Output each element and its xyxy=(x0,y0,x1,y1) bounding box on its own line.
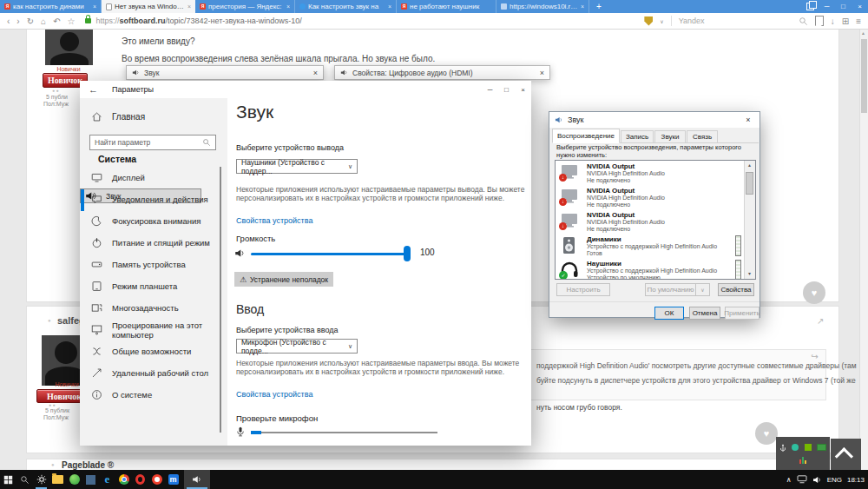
tab-communications[interactable]: Связь xyxy=(687,130,718,143)
nvidia-tray-icon[interactable] xyxy=(805,444,812,451)
sidebar-item-tablet-mode[interactable]: Режим планшета xyxy=(80,275,227,297)
sidebar-item-multitasking[interactable]: Многозадачность xyxy=(80,297,227,319)
taskbar-browser-green-button[interactable] xyxy=(66,470,82,489)
browser-tab[interactable]: Я как настроить динами × xyxy=(0,0,102,13)
scrollbar-up-icon[interactable]: ▲ xyxy=(861,30,865,36)
tab-playback[interactable]: Воспроизведение xyxy=(552,129,620,143)
device-properties-link[interactable]: Свойства устройства xyxy=(236,390,312,399)
sound-dialog-titlebar[interactable]: Звук × xyxy=(549,112,760,128)
tab-panel-icon[interactable] xyxy=(802,0,819,13)
address-bar[interactable]: https://softboard.ru/topic/73842-нет-зву… xyxy=(95,17,301,25)
undo-icon[interactable]: ↶ xyxy=(53,17,60,26)
minimize-button[interactable]: ─ xyxy=(482,81,498,98)
tray-app-icon[interactable] xyxy=(792,444,799,451)
scroll-to-top-button[interactable] xyxy=(831,439,861,470)
network-icon[interactable] xyxy=(797,475,807,484)
sidebar-item-display[interactable]: Дисплей xyxy=(80,167,227,188)
scroll-up-icon[interactable]: ▲ xyxy=(745,162,754,168)
taskbar-search-button[interactable] xyxy=(16,470,33,489)
settings-search-input[interactable]: Найти параметр xyxy=(89,135,216,150)
sidebar-item-notifications[interactable]: Уведомления и действия xyxy=(80,188,227,210)
input-device-select[interactable]: Микрофон (Устройство с подде... ∨ xyxy=(236,339,358,354)
set-default-dropdown-icon[interactable]: ∨ xyxy=(695,283,710,296)
maximize-button[interactable]: □ xyxy=(835,0,852,13)
bookmark-star-icon[interactable]: ☆ xyxy=(68,17,76,26)
home-icon[interactable]: ⌂ xyxy=(41,17,46,26)
forward-icon[interactable]: › xyxy=(16,17,19,26)
taskbar-sound-window-button[interactable] xyxy=(184,470,210,489)
background-hdmi-properties-titlebar[interactable]: Свойства: Цифровое аудио (HDMI) × xyxy=(334,65,550,80)
sidebar-item-focus[interactable]: Фокусировка внимания xyxy=(80,210,227,232)
language-indicator[interactable]: ENG xyxy=(827,476,842,484)
device-row-nvidia-3[interactable]: ↓ NVIDIA Output NVIDIA High Definition A… xyxy=(556,209,745,234)
taskbar-yandex-browser-button[interactable] xyxy=(148,470,165,489)
configure-button[interactable]: Настроить xyxy=(556,283,610,296)
taskbar-blue-app-button[interactable] xyxy=(82,470,99,489)
close-button[interactable]: × xyxy=(852,0,868,13)
device-row-nvidia-1[interactable]: ↓ NVIDIA Output NVIDIA High Definition A… xyxy=(556,161,745,185)
browser-tab[interactable]: Я не работают наушник xyxy=(397,0,496,13)
taskbar-mail-button[interactable]: m xyxy=(165,470,181,489)
start-button[interactable] xyxy=(0,470,16,489)
close-icon[interactable]: × xyxy=(313,69,318,77)
like-heart-button[interactable]: ♥ xyxy=(803,281,825,304)
tab-close-icon[interactable]: × xyxy=(286,3,290,10)
volume-icon[interactable] xyxy=(812,475,822,485)
volume-slider-handle[interactable] xyxy=(404,246,411,261)
ok-button[interactable]: ОК xyxy=(654,307,684,320)
taskbar-settings-button[interactable] xyxy=(33,470,49,489)
author-name[interactable]: Pageblade ® xyxy=(62,460,114,470)
background-sound-window-titlebar[interactable]: Звук × xyxy=(126,65,324,80)
minimize-button[interactable]: ─ xyxy=(819,0,835,13)
device-row-headphones[interactable]: ✓ Наушники Устройство с поддержкой High … xyxy=(556,258,745,280)
reload-icon[interactable]: ↻ xyxy=(27,17,34,26)
page-scrollbar[interactable]: ▲ xyxy=(859,29,868,470)
back-icon[interactable]: ‹ xyxy=(7,17,10,26)
apply-button[interactable]: Применить xyxy=(725,307,760,320)
taskbar-edge-button[interactable]: e xyxy=(99,470,115,489)
like-heart-button[interactable]: ♥ xyxy=(755,422,778,445)
scrollbar-thumb[interactable] xyxy=(746,172,753,195)
sidebar-item-about[interactable]: О системе xyxy=(80,384,227,406)
search-icon[interactable] xyxy=(799,17,808,26)
tab-close-icon[interactable]: × xyxy=(388,3,391,10)
sidebar-scrollbar[interactable] xyxy=(220,167,221,433)
settings-titlebar[interactable]: ← Параметры ─ □ × xyxy=(80,81,531,98)
device-properties-link[interactable]: Свойства устройства xyxy=(236,216,312,225)
tray-expand-icon[interactable]: ∧ xyxy=(786,476,792,484)
close-icon[interactable]: × xyxy=(540,69,544,77)
scroll-down-icon[interactable]: ▲ xyxy=(745,272,754,277)
stats-tray-icon[interactable] xyxy=(799,457,806,464)
back-arrow-icon[interactable]: ← xyxy=(89,84,98,95)
close-button[interactable]: × xyxy=(737,116,760,124)
sidebar-item-projecting[interactable]: Проецирование на этот компьютер xyxy=(80,319,227,340)
set-default-button[interactable]: По умолчанию xyxy=(645,283,696,296)
tab-recording[interactable]: Запись xyxy=(621,130,654,143)
tab-close-icon[interactable]: × xyxy=(581,3,584,10)
sidebar-item-remote-desktop[interactable]: Удаленный рабочий стол xyxy=(80,362,227,384)
output-device-select[interactable]: Наушники (Устройство с поддер... ∨ xyxy=(236,159,358,174)
downloads-icon[interactable]: ↓ xyxy=(831,17,835,26)
browser-tab[interactable]: Я преистория — Яндекс: × xyxy=(195,0,295,13)
search-icon[interactable] xyxy=(202,138,211,147)
avatar[interactable] xyxy=(45,29,93,65)
new-tab-button[interactable]: + xyxy=(589,0,608,13)
troubleshoot-button[interactable]: ⚠ Устранение неполадок xyxy=(234,272,333,287)
taskbar-explorer-button[interactable] xyxy=(49,470,66,489)
close-button[interactable]: × xyxy=(515,81,531,98)
protect-shield-icon[interactable] xyxy=(644,17,653,26)
device-row-nvidia-2[interactable]: ↓ NVIDIA Output NVIDIA High Definition A… xyxy=(556,185,745,209)
taskbar-opera-button[interactable] xyxy=(132,470,148,489)
menu-icon[interactable]: ≡ xyxy=(856,17,861,26)
browser-tab-active[interactable]: Нет звука на Windows × xyxy=(102,0,195,13)
device-row-speakers[interactable]: Динамики Устройство с поддержкой High De… xyxy=(556,234,745,258)
tab-sounds[interactable]: Звуки xyxy=(654,130,686,143)
clock[interactable]: 18:13 xyxy=(847,476,865,484)
scrollbar-thumb[interactable] xyxy=(861,39,867,113)
sidebar-item-shared-experiences[interactable]: Общие возможности xyxy=(80,340,227,362)
share-icon[interactable]: ↗ xyxy=(817,316,824,326)
list-scrollbar[interactable]: ▲ ▲ xyxy=(744,161,755,279)
taskbar-chrome-button[interactable] xyxy=(115,470,132,489)
speaker-icon[interactable] xyxy=(234,248,246,259)
cancel-button[interactable]: Отмена xyxy=(689,307,720,320)
